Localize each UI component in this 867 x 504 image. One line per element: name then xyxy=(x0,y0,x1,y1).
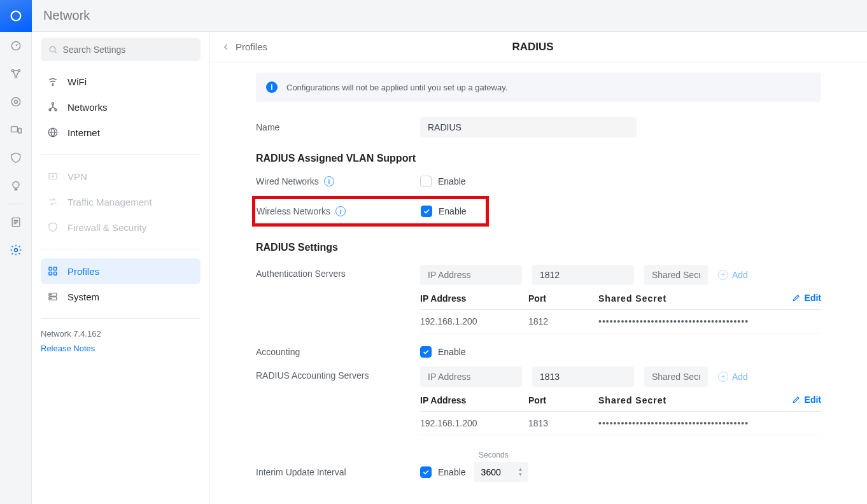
sidebar-item-label: Profiles xyxy=(67,266,99,277)
wireless-label: Wireless Networks i xyxy=(257,206,421,216)
acct-ip-input[interactable] xyxy=(420,367,522,387)
info-icon[interactable]: i xyxy=(335,206,346,216)
auth-add-button[interactable]: +Add xyxy=(718,270,748,280)
wireless-highlight: Wireless Networks i Enable xyxy=(252,196,489,227)
unifi-logo[interactable] xyxy=(0,0,32,32)
svg-point-4 xyxy=(15,76,17,78)
seconds-label: Seconds xyxy=(479,451,821,459)
edit-button[interactable]: Edit xyxy=(792,395,821,405)
sidebar-item-networks[interactable]: Networks xyxy=(41,94,201,120)
table-row: 192.168.1.200 1812 •••••••••••••••••••••… xyxy=(420,310,821,333)
chevron-down-icon[interactable]: ▼ xyxy=(518,472,523,477)
svg-rect-8 xyxy=(18,129,21,134)
pencil-icon xyxy=(792,395,801,404)
col-edit: Edit xyxy=(786,395,821,406)
auth-port-input[interactable] xyxy=(532,265,634,285)
sidebar-footer: Network 7.4.162 Release Notes xyxy=(41,329,201,353)
sidebar-item-system[interactable]: System xyxy=(41,284,201,309)
rail-devices-icon[interactable] xyxy=(0,116,32,144)
rail-radio-icon[interactable] xyxy=(0,88,32,116)
stepper-arrows[interactable]: ▲ ▼ xyxy=(518,467,523,477)
search-input[interactable] xyxy=(62,45,193,55)
content: i Configurations will not be applied unt… xyxy=(210,62,867,504)
table-row: 192.168.1.200 1813 •••••••••••••••••••••… xyxy=(420,412,821,435)
rail-insights-icon[interactable] xyxy=(0,172,32,200)
row-accounting: Accounting Enable xyxy=(256,346,821,358)
cell-secret: •••••••••••••••••••••••••••••••••••••••• xyxy=(598,418,786,428)
accounting-checkbox[interactable] xyxy=(420,346,432,358)
sidebar-item-vpn[interactable]: VPN xyxy=(41,164,201,189)
rail-topology-icon[interactable] xyxy=(0,60,32,88)
acct-port-input[interactable] xyxy=(532,367,634,387)
info-icon: i xyxy=(266,81,278,93)
sidebar-item-label: Firewall & Security xyxy=(67,222,146,233)
acct-add-button[interactable]: +Add xyxy=(718,372,748,382)
svg-point-26 xyxy=(50,298,52,299)
name-input[interactable] xyxy=(420,117,637,137)
sidebar-item-wifi[interactable]: WiFi xyxy=(41,69,201,94)
rail-divider xyxy=(8,204,24,204)
auth-table: IP Address Port Shared Secret Edit 192.1… xyxy=(420,293,821,333)
plus-icon: + xyxy=(718,372,728,382)
col-edit: Edit xyxy=(786,293,821,304)
interim-block: Seconds Interim Update Interval Enable ▲… xyxy=(256,451,821,482)
info-icon[interactable]: i xyxy=(324,176,334,186)
svg-rect-7 xyxy=(11,127,17,132)
version-text: Network 7.4.162 xyxy=(41,329,201,339)
sidebar-item-label: WiFi xyxy=(67,76,87,87)
sidebar-item-internet[interactable]: Internet xyxy=(41,120,201,145)
svg-rect-21 xyxy=(49,272,52,276)
col-ip: IP Address xyxy=(420,395,528,405)
svg-point-0 xyxy=(11,11,20,21)
sidebar-item-label: System xyxy=(67,291,99,302)
col-secret: Shared Secret xyxy=(598,293,786,304)
rail-dashboard-icon[interactable] xyxy=(0,32,32,60)
row-interim: Interim Update Interval Enable ▲ ▼ xyxy=(256,462,821,482)
sidebar-item-profiles[interactable]: Profiles xyxy=(41,258,201,284)
sidebar-divider xyxy=(41,154,201,155)
svg-point-14 xyxy=(52,102,54,104)
sidebar-item-label: VPN xyxy=(67,171,87,182)
interim-stepper[interactable]: ▲ ▼ xyxy=(474,462,528,482)
auth-input-row: +Add xyxy=(420,265,821,285)
row-wired: Wired Networks i Enable xyxy=(256,176,821,187)
svg-rect-22 xyxy=(54,272,57,276)
edit-button[interactable]: Edit xyxy=(792,293,821,303)
rail-notes-icon[interactable] xyxy=(0,208,32,236)
sidebar-item-label: Internet xyxy=(67,127,100,138)
interim-input[interactable] xyxy=(481,467,514,477)
interim-checkbox[interactable] xyxy=(420,466,432,478)
release-notes-link[interactable]: Release Notes xyxy=(41,344,95,353)
sidebar-item-traffic[interactable]: Traffic Management xyxy=(41,189,201,214)
svg-point-15 xyxy=(49,109,51,111)
cell-port: 1812 xyxy=(528,316,598,326)
sidebar-item-label: Traffic Management xyxy=(67,197,152,207)
acct-secret-input[interactable] xyxy=(644,367,708,387)
profiles-icon xyxy=(47,265,59,277)
auth-secret-input[interactable] xyxy=(644,265,708,285)
main-header: Profiles RADIUS xyxy=(210,32,867,62)
wired-checkbox[interactable] xyxy=(420,176,432,187)
cell-ip: 192.168.1.200 xyxy=(420,316,528,326)
wireless-checkbox[interactable] xyxy=(421,206,432,217)
shield-icon xyxy=(47,221,59,233)
acct-input-row: +Add xyxy=(420,367,821,387)
svg-point-12 xyxy=(50,46,55,52)
wifi-icon xyxy=(47,76,59,87)
interim-label: Interim Update Interval xyxy=(256,467,420,477)
sidebar: WiFi Networks Internet VPN Traffic Manag… xyxy=(32,32,210,504)
auth-ip-input[interactable] xyxy=(420,265,522,285)
col-ip: IP Address xyxy=(420,293,528,304)
row-name: Name xyxy=(256,117,821,137)
sidebar-item-firewall[interactable]: Firewall & Security xyxy=(41,214,201,240)
app-title: Network xyxy=(43,8,90,23)
row-wireless: Wireless Networks i Enable xyxy=(255,206,486,217)
svg-point-6 xyxy=(11,97,20,106)
page-title: RADIUS xyxy=(210,41,856,53)
search-wrap[interactable] xyxy=(41,38,201,61)
search-icon xyxy=(48,45,57,55)
col-port: Port xyxy=(528,293,598,304)
topbar: Network xyxy=(32,0,867,32)
rail-security-icon[interactable] xyxy=(0,144,32,172)
rail-settings-icon[interactable] xyxy=(0,236,32,264)
